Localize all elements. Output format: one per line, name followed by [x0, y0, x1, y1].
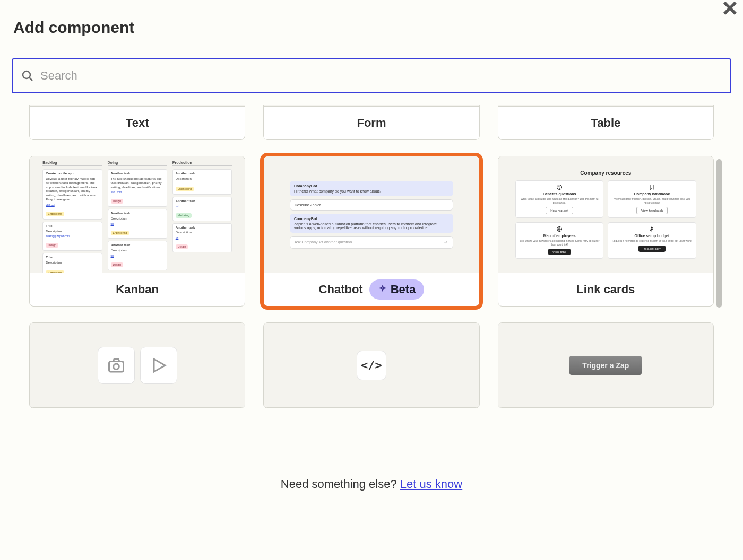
- kanban-card: Another taskDescriptionurlDesign: [172, 223, 232, 253]
- chat-bubble-user: Describe Zapier: [290, 199, 453, 211]
- svg-rect-5: [109, 361, 123, 372]
- preview-kanban: My tasks BacklogCreate mobile appDevelop…: [30, 156, 245, 273]
- preview-link-cards: Company resources Benefits questions Wan…: [498, 156, 713, 273]
- component-card-table[interactable]: AdamMarketeradambarg@gmail.comEngineerCo…: [498, 105, 714, 140]
- kanban-card: Another taskDescriptionurlDesign: [108, 241, 167, 270]
- link-card: Map of employees See where your coworker…: [515, 222, 603, 259]
- preview-chatbot: CompanyBot Hi there! What company do you…: [264, 156, 479, 273]
- link-card: Company handbook View company mission, p…: [608, 180, 696, 218]
- globe-icon: [556, 226, 563, 232]
- preview-form: Submit: [264, 105, 479, 107]
- scrollbar-thumb[interactable]: [716, 159, 722, 308]
- code-icon-btn: </>: [357, 351, 386, 380]
- linkcards-heading: Company resources: [515, 170, 696, 176]
- preview-embed: </>: [264, 323, 479, 408]
- trigger-button-preview: Trigger a Zap: [569, 356, 642, 375]
- dollar-icon: [649, 226, 655, 232]
- card-label: Link cards: [498, 273, 713, 306]
- beta-badge: Beta: [369, 279, 425, 300]
- svg-line-1: [29, 77, 32, 81]
- play-icon-btn: [140, 347, 177, 384]
- card-label: Kanban: [30, 273, 245, 306]
- component-card-link-cards[interactable]: Company resources Benefits questions Wan…: [498, 156, 714, 307]
- svg-point-0: [23, 71, 30, 78]
- component-card-chatbot[interactable]: CompanyBot Hi there! What company do you…: [263, 156, 479, 307]
- component-card-embed[interactable]: </>: [263, 322, 479, 408]
- component-card-form[interactable]: Submit Form: [263, 105, 479, 140]
- link-card: Office setup budget Request a new item t…: [608, 222, 696, 259]
- sparkle-icon: [378, 285, 387, 294]
- help-icon: [556, 184, 563, 190]
- kanban-card: Another taskDescriptionurlEngineering: [108, 209, 167, 239]
- svg-point-3: [559, 188, 560, 189]
- close-button[interactable]: ×: [722, 0, 738, 21]
- card-label: Text: [30, 107, 245, 139]
- component-card-text[interactable]: Text: [29, 105, 245, 140]
- svg-point-6: [113, 364, 119, 370]
- kanban-column: ProductionAnother taskDescriptionEnginee…: [172, 161, 232, 273]
- preview-table: AdamMarketeradambarg@gmail.comEngineerCo…: [498, 105, 713, 107]
- bookmark-icon: [649, 184, 655, 190]
- kanban-card: TitleDescriptionEngineering: [42, 253, 102, 273]
- search-icon: [21, 69, 34, 82]
- search-field[interactable]: [12, 58, 731, 93]
- kanban-card: TitleDescriptionadamg@zapier.comDesign: [42, 222, 102, 251]
- camera-icon-btn: [98, 347, 135, 384]
- page-title: Add component: [13, 19, 134, 37]
- camera-icon: [107, 356, 126, 375]
- code-icon: </>: [361, 358, 382, 372]
- play-icon: [149, 356, 168, 375]
- chat-bubble-bot: CompanyBot Zapier is a web-based automat…: [290, 214, 453, 233]
- footer-prompt: Need something else?: [281, 477, 400, 491]
- kanban-column: BacklogCreate mobile appDevelop a user-f…: [42, 161, 102, 273]
- component-card-kanban[interactable]: My tasks BacklogCreate mobile appDevelop…: [29, 156, 245, 307]
- component-card-media[interactable]: [29, 322, 245, 408]
- component-grid-scroll[interactable]: Text Submit Form AdamMarketeradambarg@gm…: [0, 105, 743, 465]
- send-icon: [443, 240, 448, 245]
- preview-trigger: Trigger a Zap: [498, 323, 713, 408]
- chat-bubble-bot: CompanyBot Hi there! What company do you…: [290, 181, 453, 196]
- search-input[interactable]: [40, 69, 722, 83]
- let-us-know-link[interactable]: Let us know: [400, 477, 462, 491]
- kanban-card: Another taskThe app should include featu…: [108, 169, 167, 207]
- footer: Need something else? Let us know: [0, 477, 743, 491]
- card-label: Chatbot Beta: [264, 273, 479, 306]
- kanban-column: DoingAnother taskThe app should include …: [108, 161, 167, 273]
- svg-marker-7: [154, 359, 165, 372]
- kanban-card: Create mobile appDevelop a user-friendly…: [42, 169, 102, 220]
- link-card: Benefits questions Want to talk to peopl…: [515, 180, 603, 218]
- card-label: Table: [498, 107, 713, 139]
- preview-text: [30, 105, 245, 107]
- chat-input-preview: Ask CompanyBot another question: [290, 236, 453, 249]
- kanban-card: Another taskDescriptionEngineering: [172, 169, 232, 195]
- card-label: Form: [264, 107, 479, 139]
- component-card-trigger[interactable]: Trigger a Zap: [498, 322, 714, 408]
- preview-media: [30, 323, 245, 408]
- kanban-card: Another taskurlMarketing: [172, 197, 232, 221]
